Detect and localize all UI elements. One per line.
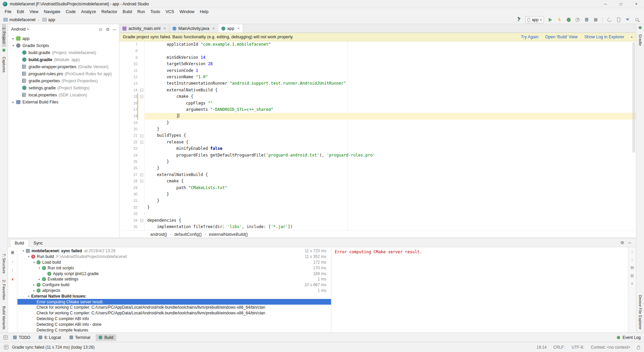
fold-marker-icon[interactable]: −: [140, 173, 143, 176]
lock-icon[interactable]: [637, 347, 640, 349]
fold-marker-icon[interactable]: −: [140, 134, 143, 137]
expand-all-icon[interactable]: ↓: [12, 259, 14, 264]
code-line[interactable]: 7 applicationId "com.example.1.mobilefac…: [119, 41, 636, 48]
stripe-tab-1-project[interactable]: 1: Project: [2, 24, 6, 47]
code-line[interactable]: 13 testInstrumentationRunner "android.su…: [119, 80, 636, 87]
sync-gradle-icon[interactable]: [605, 16, 613, 23]
tool-window-switcher-icon[interactable]: [4, 345, 8, 349]
run-button[interactable]: [546, 16, 554, 23]
menu-window[interactable]: Window: [177, 9, 197, 15]
gear-icon[interactable]: ⚙: [620, 240, 624, 245]
chevron-right-icon[interactable]: ▸: [11, 37, 16, 40]
banner-link-show-log-in-explorer[interactable]: Show Log in Explorer: [584, 35, 624, 39]
code-editor[interactable]: 7 applicationId "com.example.1.mobilefac…: [119, 41, 636, 230]
menu-analyze[interactable]: Analyze: [78, 9, 99, 15]
menu-help[interactable]: Help: [197, 9, 211, 15]
caret-position-widget[interactable]: 18:14: [537, 345, 547, 350]
fold-marker-icon[interactable]: −: [140, 180, 143, 183]
build-tree-row[interactable]: ▾×Run buildF:\AndroidStudioProjects\mobi…: [17, 254, 331, 260]
editor-tab-app[interactable]: app×: [218, 24, 243, 33]
menu-view[interactable]: View: [27, 9, 41, 15]
hide-panel-icon[interactable]: ─: [113, 27, 116, 32]
toolwindow-tab-build[interactable]: Build: [96, 334, 116, 341]
code-line[interactable]: 32}: [119, 204, 636, 211]
chevron-down-icon[interactable]: ▾: [11, 44, 16, 47]
editor-scrollbar[interactable]: [632, 41, 636, 230]
chevron-right-icon[interactable]: ▸: [37, 277, 42, 281]
tree-item-settings-gradle[interactable]: settings.gradle(Project Settings): [8, 84, 119, 91]
menu-run[interactable]: Run: [135, 9, 148, 15]
menu-code[interactable]: Code: [63, 9, 78, 15]
code-line[interactable]: 10 targetSdkVersion 28: [119, 61, 636, 67]
collapse-all-icon[interactable]: ▥: [630, 273, 634, 278]
code-line[interactable]: 30 }: [119, 191, 636, 197]
build-tree-row[interactable]: ▾✓Load build172 ms: [17, 260, 331, 265]
avd-manager-icon[interactable]: [614, 16, 623, 23]
stripe-tab-device-file-explorer[interactable]: Device File Explorer: [638, 292, 642, 333]
maximize-button[interactable]: □: [613, 0, 629, 8]
build-tree-row[interactable]: ✓Apply script ijinit12.gradle169 ms: [17, 271, 331, 276]
tree-item-build-gradle[interactable]: build.gradle(Module: app): [8, 56, 119, 63]
close-icon[interactable]: ×: [212, 26, 215, 31]
code-breadcrumb-1[interactable]: defaultConfig{}: [174, 232, 202, 237]
code-line[interactable]: 25 }: [119, 159, 636, 165]
coverage-icon[interactable]: [583, 16, 591, 23]
close-icon[interactable]: ×: [237, 26, 240, 31]
code-line[interactable]: 34−dependencies {: [119, 217, 636, 224]
build-tree-row[interactable]: ▸✓Configure build10 s 667 ms: [17, 282, 331, 288]
run-configuration-select[interactable]: app ▾: [525, 16, 544, 23]
build-tree-row[interactable]: ▾External Native Build Issues:: [17, 293, 331, 299]
code-line[interactable]: 33: [119, 211, 636, 217]
hide-panel-icon[interactable]: ─: [628, 240, 631, 245]
chevron-right-icon[interactable]: ▸: [32, 283, 37, 287]
code-line[interactable]: 12 versionName "1.0": [119, 74, 636, 80]
code-line[interactable]: 35 implementation fileTree(dir: 'libs', …: [119, 224, 636, 230]
code-line[interactable]: 21− buildTypes {: [119, 132, 636, 139]
code-line[interactable]: 22− release {: [119, 139, 636, 145]
stripe-tab-7-structure[interactable]: 7: Structure: [2, 251, 6, 276]
code-line[interactable]: 11 versionCode 1: [119, 68, 636, 74]
tree-item-gradle-properties[interactable]: gradle.properties(Project Properties): [8, 77, 119, 84]
close-icon[interactable]: ×: [11, 277, 14, 282]
fold-marker-icon[interactable]: −: [140, 89, 143, 92]
expand-all-icon[interactable]: ▤: [630, 265, 634, 270]
sdk-manager-icon[interactable]: [624, 16, 632, 23]
build-tree-row[interactable]: Check for working C compiler: C:/Users/P…: [17, 305, 331, 310]
restart-build-icon[interactable]: ▣: [11, 250, 14, 255]
chevron-down-icon[interactable]: ▾: [26, 295, 31, 298]
code-line[interactable]: 15− cmake {: [119, 93, 636, 100]
soft-wrap-icon[interactable]: ≡: [631, 281, 633, 285]
editor-tab-mainactivity-java[interactable]: MainActivity.java×: [169, 24, 218, 33]
chevron-down-icon[interactable]: ▾: [37, 266, 42, 270]
menu-build[interactable]: Build: [120, 9, 135, 15]
context-widget[interactable]: Context: <no context>: [591, 345, 630, 350]
code-line[interactable]: 29 path "CMakeLists.txt": [119, 185, 636, 191]
tool-window-switcher-icon[interactable]: [3, 335, 8, 340]
build-tree-row[interactable]: ▾✓Run init scripts170 ms: [17, 265, 331, 271]
code-line[interactable]: 14− externalNativeBuild {: [119, 87, 636, 93]
build-console[interactable]: Error computing CMake server result.: [331, 247, 628, 333]
build-tree-row[interactable]: Detecting C compiler ABI info - done: [17, 321, 331, 327]
chevron-right-icon[interactable]: ▸: [32, 289, 37, 292]
event-log-widget[interactable]: Event Log: [617, 335, 641, 340]
code-line[interactable]: 27− externalNativeBuild {: [119, 172, 636, 178]
chevron-right-icon[interactable]: ▸: [11, 100, 16, 104]
code-line[interactable]: 28− cmake {: [119, 178, 636, 184]
chevron-down-icon[interactable]: ▾: [631, 35, 633, 39]
search-icon[interactable]: [633, 16, 641, 23]
tree-item-app[interactable]: ▸app: [8, 35, 119, 42]
minimize-button[interactable]: ─: [598, 0, 613, 8]
code-line[interactable]: 9 minSdkVersion 14: [119, 54, 636, 61]
code-line[interactable]: 20 }: [119, 126, 636, 132]
tree-item-gradle-wrapper-properties[interactable]: gradle-wrapper.properties(Gradle Version…: [8, 63, 119, 70]
fold-marker-icon[interactable]: −: [140, 95, 143, 98]
code-line[interactable]: 23 minifyEnabled false: [119, 145, 636, 152]
stripe-tab-build-variants[interactable]: Build Variants: [2, 303, 6, 333]
chevron-down-icon[interactable]: ▾: [26, 255, 31, 258]
code-line[interactable]: 24 proguardFiles getDefaultProguardFile(…: [119, 152, 636, 159]
line-separator-widget[interactable]: CRLF:: [553, 345, 565, 350]
scroll-down-icon[interactable]: ↓: [631, 258, 633, 262]
collapse-all-icon[interactable]: ↑: [12, 268, 14, 273]
editor-tab-activity-main-xml[interactable]: activity_main.xml×: [119, 24, 169, 33]
code-line[interactable]: 26 }: [119, 165, 636, 171]
